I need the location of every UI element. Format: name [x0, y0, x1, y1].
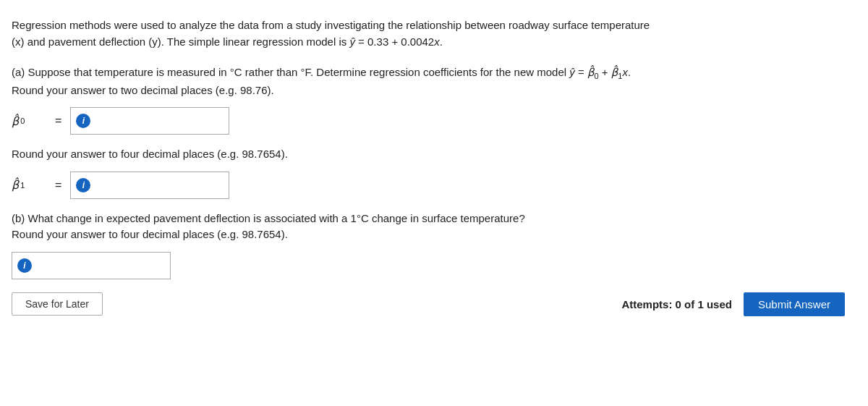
attempts-area: Attempts: 0 of 1 used Submit Answer: [621, 292, 845, 316]
part-b-input-row: i: [12, 252, 845, 279]
attempts-label: Attempts: 0 of 1 used: [621, 298, 732, 310]
equals-sign-0: =: [55, 114, 61, 127]
footer: Save for Later Attempts: 0 of 1 used Sub…: [12, 292, 845, 316]
equals-sign-1: =: [55, 179, 61, 192]
beta0-input[interactable]: [70, 107, 229, 135]
part-b-input[interactable]: [12, 252, 171, 279]
part-b-text: (b) What change in expected pavement def…: [12, 211, 845, 243]
round-four-text: Round your answer to four decimal places…: [12, 146, 845, 163]
beta0-label: β̂0: [12, 114, 46, 128]
intro-line1: Regression methods were used to analyze …: [12, 17, 845, 34]
partb-info-icon[interactable]: i: [17, 258, 32, 273]
beta0-input-row: β̂0 = i: [12, 107, 845, 135]
part-b-line2: Round your answer to four decimal places…: [12, 227, 845, 243]
part-a-line1: (a) Suppose that temperature is measured…: [12, 64, 845, 83]
beta0-input-wrapper: i: [70, 107, 229, 135]
intro-paragraph: Regression methods were used to analyze …: [12, 17, 845, 50]
beta1-input[interactable]: [70, 172, 229, 199]
beta1-input-row: β̂1 = i: [12, 172, 845, 199]
intro-line2: (x) and pavement deflection (y). The sim…: [12, 34, 845, 51]
beta1-info-icon[interactable]: i: [76, 178, 90, 193]
part-a-text: (a) Suppose that temperature is measured…: [12, 64, 845, 98]
submit-answer-button[interactable]: Submit Answer: [744, 292, 845, 316]
part-b: (b) What change in expected pavement def…: [12, 211, 845, 279]
part-b-line1: (b) What change in expected pavement def…: [12, 211, 845, 227]
part-b-input-wrapper: i: [12, 252, 171, 279]
beta0-info-icon[interactable]: i: [76, 114, 90, 128]
part-a-line2: Round your answer to two decimal places …: [12, 83, 845, 99]
round-four-line: Round your answer to four decimal places…: [12, 146, 845, 163]
save-later-button[interactable]: Save for Later: [12, 292, 103, 316]
beta1-input-wrapper: i: [70, 172, 229, 199]
beta1-label: β̂1: [12, 178, 46, 192]
part-a: (a) Suppose that temperature is measured…: [12, 64, 845, 199]
